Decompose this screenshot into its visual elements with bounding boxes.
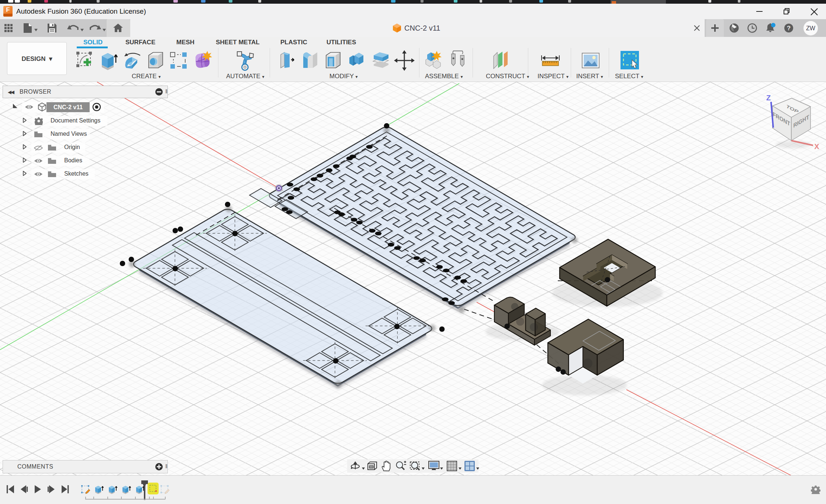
svg-text:?: ? (787, 25, 791, 32)
svg-text:X: X (814, 142, 819, 151)
svg-text:Z: Z (766, 94, 771, 102)
